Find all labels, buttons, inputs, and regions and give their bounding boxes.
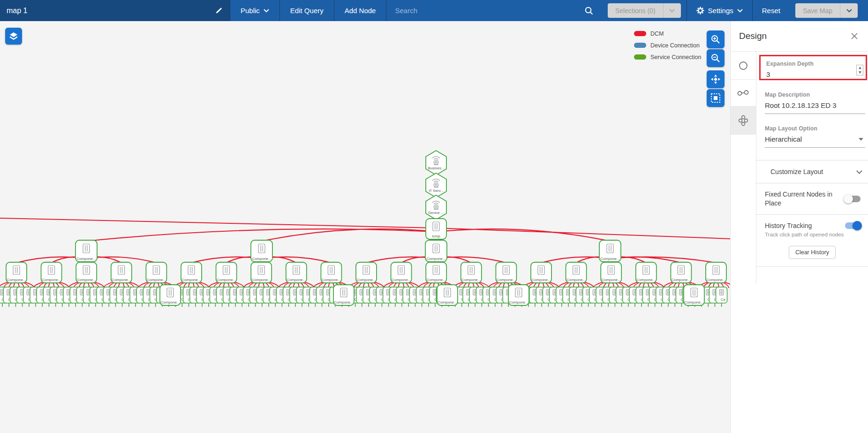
map-node-row2[interactable]: Compone... bbox=[146, 262, 166, 283]
map-description-field: Map Description Root 10.2.18.123 ED 3 bbox=[756, 91, 868, 114]
map-layout-select[interactable]: Hierarchical bbox=[765, 135, 865, 148]
map-title: map 1 bbox=[7, 7, 27, 15]
svg-text:IT Serv...: IT Serv... bbox=[429, 189, 444, 193]
map-node-hub[interactable]: Compone... bbox=[251, 240, 272, 262]
pan-icon bbox=[710, 74, 721, 85]
svg-text:Compone...: Compone... bbox=[77, 278, 96, 282]
add-node-button[interactable]: Add Node bbox=[334, 0, 386, 21]
map-node-row2[interactable]: Compone... bbox=[356, 262, 377, 283]
visibility-dropdown[interactable]: Public bbox=[230, 0, 279, 21]
map-node-row2[interactable]: Compone... bbox=[391, 262, 412, 283]
map-node-row2[interactable]: Compone... bbox=[601, 262, 621, 283]
map-node-row2[interactable]: Compone... bbox=[671, 262, 691, 283]
svg-text:Compone...: Compone... bbox=[684, 300, 703, 304]
map-node-row2[interactable]: Compone... bbox=[461, 262, 482, 283]
settings-dropdown[interactable]: Settings bbox=[687, 7, 752, 15]
map-node-hub[interactable]: Compone... bbox=[425, 240, 447, 262]
map-node-row2[interactable]: Compone... bbox=[181, 262, 202, 283]
map-node-row2[interactable]: Compone... bbox=[531, 262, 551, 283]
sidebar-item-layout[interactable] bbox=[731, 106, 756, 135]
map-node-hex[interactable]: Busines... bbox=[426, 151, 446, 175]
history-tracking-switch[interactable] bbox=[845, 222, 860, 229]
topbar-actions: Selections (0) Settings bbox=[602, 0, 868, 21]
chevron-down-icon bbox=[846, 9, 852, 13]
map-node-row2[interactable]: Compone... bbox=[496, 262, 516, 283]
svg-text:Compone...: Compone... bbox=[42, 278, 61, 282]
map-node-row2[interactable]: Compone... bbox=[321, 262, 341, 283]
spinner-up-button[interactable] bbox=[857, 65, 863, 70]
map-node-strip-large[interactable]: Compone... bbox=[333, 285, 354, 305]
svg-text:Compone...: Compone... bbox=[672, 278, 691, 282]
save-map-button-group: Save Map bbox=[795, 3, 858, 18]
history-tracking-row: History Tracking bbox=[756, 215, 868, 233]
expansion-depth-field-highlighted: Expansion Depth 3 bbox=[759, 55, 867, 80]
sidebar-item-connection[interactable] bbox=[731, 80, 756, 106]
sidebar-item-node[interactable] bbox=[731, 52, 756, 80]
map-description-value[interactable]: Root 10.2.18.123 ED 3 bbox=[765, 101, 865, 109]
svg-text:Compone...: Compone... bbox=[531, 278, 551, 282]
svg-text:Compone...: Compone... bbox=[438, 300, 457, 304]
svg-text:Compone...: Compone... bbox=[112, 278, 131, 282]
save-map-dropdown-button[interactable] bbox=[840, 3, 858, 18]
close-icon[interactable] bbox=[849, 31, 860, 41]
map-node-hex[interactable]: IT Serv... bbox=[426, 173, 446, 198]
customize-layout-toggle-section[interactable]: Customize Layout bbox=[756, 160, 868, 183]
edit-query-button[interactable]: Edit Query bbox=[279, 0, 334, 21]
chevron-down-icon bbox=[737, 9, 743, 13]
map-node-strip-large[interactable]: Compone... bbox=[684, 285, 704, 305]
fixed-nodes-row: Fixed Current Nodes in Place bbox=[756, 183, 868, 214]
legend-item: DCM bbox=[634, 28, 701, 39]
layers-icon bbox=[8, 30, 19, 42]
reset-button[interactable]: Reset bbox=[753, 7, 790, 15]
save-map-button[interactable]: Save Map bbox=[795, 3, 840, 18]
map-node-hub[interactable]: Compone... bbox=[599, 240, 621, 262]
map-node-row2[interactable]: Compone... bbox=[566, 262, 587, 283]
map-node-strip-large[interactable]: Compone... bbox=[160, 285, 181, 305]
map-node-row2[interactable]: Compone... bbox=[706, 262, 726, 283]
selections-dropdown-button[interactable] bbox=[663, 3, 681, 18]
map-node-row2[interactable]: Compone... bbox=[111, 262, 132, 283]
map-node-hex[interactable]: Device ... bbox=[426, 195, 446, 220]
clear-history-button[interactable]: Clear History bbox=[789, 246, 836, 259]
layers-button[interactable] bbox=[5, 28, 22, 45]
design-panel-content: Expansion Depth 3 Map Description Root 1… bbox=[756, 52, 868, 433]
svg-text:Compone...: Compone... bbox=[7, 278, 26, 282]
zoom-in-button[interactable] bbox=[707, 30, 725, 48]
svg-text:Compone...: Compone... bbox=[322, 278, 341, 282]
edit-pencil-icon[interactable] bbox=[214, 6, 223, 15]
map-node-row2[interactable]: Compone... bbox=[76, 262, 97, 283]
map-node-row2[interactable]: Compone... bbox=[216, 262, 237, 283]
map-node-row2[interactable]: Compone... bbox=[41, 262, 62, 283]
svg-text:Compone...: Compone... bbox=[334, 300, 353, 304]
map-node-row2[interactable]: Compone... bbox=[426, 262, 446, 283]
fit-selection-button[interactable] bbox=[707, 89, 725, 107]
map-node-row2[interactable]: Compone... bbox=[251, 262, 272, 283]
search-icon[interactable] bbox=[584, 6, 594, 15]
map-title-section: map 1 bbox=[0, 0, 230, 21]
panel-title: Design bbox=[739, 31, 849, 41]
map-node-strip-large[interactable]: Compone... bbox=[437, 285, 458, 305]
map-node-row2[interactable]: Compone... bbox=[6, 262, 27, 283]
pan-button[interactable] bbox=[707, 70, 725, 88]
map-tools bbox=[707, 30, 725, 108]
map-node-icmp[interactable]: Icmp bbox=[426, 219, 446, 239]
expansion-depth-value[interactable]: 3 bbox=[766, 70, 862, 78]
customize-layout-label: Customize Layout bbox=[768, 168, 857, 175]
svg-text:Compone...: Compone... bbox=[636, 278, 656, 282]
map-node-row2[interactable]: Compone... bbox=[636, 262, 657, 283]
map-node-row2[interactable]: Compone... bbox=[286, 262, 307, 283]
spinner-down-button[interactable] bbox=[857, 70, 863, 76]
svg-text:Busines...: Busines... bbox=[428, 166, 444, 170]
selections-button[interactable]: Selections (0) bbox=[608, 3, 663, 18]
svg-text:Icmp: Icmp bbox=[432, 234, 440, 238]
dropdown-caret-icon bbox=[859, 138, 863, 141]
fixed-nodes-label: Fixed Current Nodes in Place bbox=[765, 190, 845, 208]
search-input[interactable] bbox=[395, 7, 584, 15]
zoom-out-button[interactable] bbox=[707, 49, 725, 67]
fixed-nodes-switch[interactable] bbox=[845, 196, 860, 202]
map-node-hub[interactable]: Compone... bbox=[75, 240, 97, 262]
zoom-in-icon bbox=[710, 34, 721, 45]
map-node-small[interactable]: Ca bbox=[716, 287, 727, 303]
map-node-strip-large[interactable]: Compone... bbox=[508, 285, 529, 305]
map-canvas[interactable]: CaCaCaCaCaCaCaCaCaCaCaCaCaCaCaCaCaCaCaCa… bbox=[0, 21, 730, 433]
